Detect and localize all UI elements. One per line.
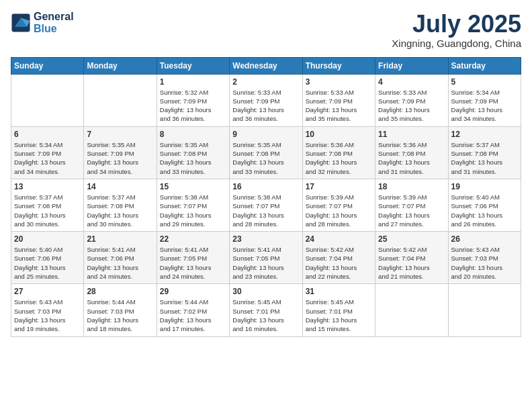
calendar-cell	[375, 284, 448, 336]
day-info: Sunrise: 5:35 AM Sunset: 7:08 PM Dayligh…	[232, 140, 299, 176]
calendar-cell: 20Sunrise: 5:40 AM Sunset: 7:06 PM Dayli…	[11, 232, 84, 284]
day-number: 7	[87, 130, 153, 139]
day-number: 30	[232, 287, 299, 296]
calendar-cell: 8Sunrise: 5:35 AM Sunset: 7:08 PM Daylig…	[157, 126, 229, 179]
day-info: Sunrise: 5:33 AM Sunset: 7:09 PM Dayligh…	[378, 88, 445, 124]
calendar-cell: 29Sunrise: 5:44 AM Sunset: 7:02 PM Dayli…	[157, 284, 229, 336]
day-number: 11	[378, 130, 445, 139]
weekday-header-wednesday: Wednesday	[230, 57, 302, 74]
day-info: Sunrise: 5:43 AM Sunset: 7:03 PM Dayligh…	[14, 298, 81, 333]
week-row-2: 6Sunrise: 5:34 AM Sunset: 7:09 PM Daylig…	[11, 126, 521, 179]
day-info: Sunrise: 5:37 AM Sunset: 7:08 PM Dayligh…	[87, 193, 153, 228]
calendar-cell: 25Sunrise: 5:42 AM Sunset: 7:04 PM Dayli…	[375, 232, 448, 284]
weekday-header-monday: Monday	[84, 57, 157, 74]
day-number: 3	[306, 77, 372, 87]
calendar-cell: 3Sunrise: 5:33 AM Sunset: 7:09 PM Daylig…	[302, 74, 375, 126]
day-number: 29	[160, 287, 226, 296]
day-number: 22	[160, 234, 226, 244]
calendar-cell: 31Sunrise: 5:45 AM Sunset: 7:01 PM Dayli…	[302, 284, 375, 336]
calendar-cell: 17Sunrise: 5:39 AM Sunset: 7:07 PM Dayli…	[302, 179, 375, 231]
logo-text: General Blue	[34, 11, 74, 34]
day-info: Sunrise: 5:45 AM Sunset: 7:01 PM Dayligh…	[232, 298, 299, 333]
day-number: 2	[232, 77, 299, 87]
month-title: July 2025	[392, 11, 521, 38]
day-info: Sunrise: 5:42 AM Sunset: 7:04 PM Dayligh…	[306, 245, 372, 281]
day-number: 13	[14, 182, 81, 191]
day-info: Sunrise: 5:39 AM Sunset: 7:07 PM Dayligh…	[378, 193, 445, 228]
day-info: Sunrise: 5:41 AM Sunset: 7:05 PM Dayligh…	[160, 245, 226, 281]
weekday-header-saturday: Saturday	[448, 57, 521, 74]
page-header: General Blue July 2025 Xingning, Guangdo…	[11, 11, 521, 49]
calendar-cell: 4Sunrise: 5:33 AM Sunset: 7:09 PM Daylig…	[375, 74, 448, 126]
calendar-cell	[11, 74, 84, 126]
calendar-cell: 16Sunrise: 5:38 AM Sunset: 7:07 PM Dayli…	[230, 179, 302, 231]
title-block: July 2025 Xingning, Guangdong, China	[392, 11, 521, 49]
calendar-cell: 13Sunrise: 5:37 AM Sunset: 7:08 PM Dayli…	[11, 179, 84, 231]
day-number: 28	[87, 287, 153, 296]
day-info: Sunrise: 5:40 AM Sunset: 7:06 PM Dayligh…	[14, 245, 81, 281]
day-info: Sunrise: 5:33 AM Sunset: 7:09 PM Dayligh…	[232, 88, 299, 124]
day-number: 10	[306, 130, 372, 139]
day-number: 20	[14, 234, 81, 244]
calendar-cell: 7Sunrise: 5:35 AM Sunset: 7:09 PM Daylig…	[84, 126, 157, 179]
week-row-4: 20Sunrise: 5:40 AM Sunset: 7:06 PM Dayli…	[11, 232, 521, 284]
calendar-cell: 6Sunrise: 5:34 AM Sunset: 7:09 PM Daylig…	[11, 126, 84, 179]
day-number: 19	[451, 182, 518, 191]
day-info: Sunrise: 5:34 AM Sunset: 7:09 PM Dayligh…	[14, 140, 81, 176]
weekday-header-row: SundayMondayTuesdayWednesdayThursdayFrid…	[11, 57, 521, 74]
day-info: Sunrise: 5:34 AM Sunset: 7:09 PM Dayligh…	[451, 88, 518, 124]
day-info: Sunrise: 5:43 AM Sunset: 7:03 PM Dayligh…	[451, 245, 518, 281]
calendar-cell: 9Sunrise: 5:35 AM Sunset: 7:08 PM Daylig…	[230, 126, 302, 179]
day-number: 26	[451, 234, 518, 244]
day-number: 8	[160, 130, 226, 139]
calendar-cell: 15Sunrise: 5:38 AM Sunset: 7:07 PM Dayli…	[157, 179, 229, 231]
calendar-cell: 27Sunrise: 5:43 AM Sunset: 7:03 PM Dayli…	[11, 284, 84, 336]
calendar-cell: 22Sunrise: 5:41 AM Sunset: 7:05 PM Dayli…	[157, 232, 229, 284]
calendar-cell: 26Sunrise: 5:43 AM Sunset: 7:03 PM Dayli…	[448, 232, 521, 284]
day-number: 27	[14, 287, 81, 296]
day-number: 21	[87, 234, 153, 244]
day-info: Sunrise: 5:40 AM Sunset: 7:06 PM Dayligh…	[451, 193, 518, 228]
day-number: 24	[306, 234, 372, 244]
weekday-header-sunday: Sunday	[11, 57, 84, 74]
weekday-header-friday: Friday	[375, 57, 448, 74]
calendar-cell: 21Sunrise: 5:41 AM Sunset: 7:06 PM Dayli…	[84, 232, 157, 284]
calendar-cell: 28Sunrise: 5:44 AM Sunset: 7:03 PM Dayli…	[84, 284, 157, 336]
day-info: Sunrise: 5:42 AM Sunset: 7:04 PM Dayligh…	[378, 245, 445, 281]
day-info: Sunrise: 5:36 AM Sunset: 7:08 PM Dayligh…	[378, 140, 445, 176]
day-number: 25	[378, 234, 445, 244]
day-number: 31	[306, 287, 372, 296]
day-info: Sunrise: 5:33 AM Sunset: 7:09 PM Dayligh…	[306, 88, 372, 124]
calendar-cell: 12Sunrise: 5:37 AM Sunset: 7:08 PM Dayli…	[448, 126, 521, 179]
day-info: Sunrise: 5:44 AM Sunset: 7:02 PM Dayligh…	[160, 298, 226, 333]
calendar-cell: 2Sunrise: 5:33 AM Sunset: 7:09 PM Daylig…	[230, 74, 302, 126]
calendar-cell: 11Sunrise: 5:36 AM Sunset: 7:08 PM Dayli…	[375, 126, 448, 179]
day-info: Sunrise: 5:39 AM Sunset: 7:07 PM Dayligh…	[306, 193, 372, 228]
day-number: 15	[160, 182, 226, 191]
calendar-cell: 23Sunrise: 5:41 AM Sunset: 7:05 PM Dayli…	[230, 232, 302, 284]
day-info: Sunrise: 5:32 AM Sunset: 7:09 PM Dayligh…	[160, 88, 226, 124]
calendar-cell	[448, 284, 521, 336]
day-info: Sunrise: 5:38 AM Sunset: 7:07 PM Dayligh…	[160, 193, 226, 228]
day-number: 16	[232, 182, 299, 191]
day-info: Sunrise: 5:38 AM Sunset: 7:07 PM Dayligh…	[232, 193, 299, 228]
day-number: 9	[232, 130, 299, 139]
day-info: Sunrise: 5:45 AM Sunset: 7:01 PM Dayligh…	[306, 298, 372, 333]
calendar-cell: 24Sunrise: 5:42 AM Sunset: 7:04 PM Dayli…	[302, 232, 375, 284]
day-info: Sunrise: 5:41 AM Sunset: 7:05 PM Dayligh…	[232, 245, 299, 281]
location: Xingning, Guangdong, China	[392, 38, 521, 49]
day-info: Sunrise: 5:37 AM Sunset: 7:08 PM Dayligh…	[14, 193, 81, 228]
day-number: 14	[87, 182, 153, 191]
week-row-5: 27Sunrise: 5:43 AM Sunset: 7:03 PM Dayli…	[11, 284, 521, 336]
calendar-cell: 19Sunrise: 5:40 AM Sunset: 7:06 PM Dayli…	[448, 179, 521, 231]
calendar-cell: 18Sunrise: 5:39 AM Sunset: 7:07 PM Dayli…	[375, 179, 448, 231]
day-number: 4	[378, 77, 445, 87]
calendar-cell: 1Sunrise: 5:32 AM Sunset: 7:09 PM Daylig…	[157, 74, 229, 126]
weekday-header-thursday: Thursday	[302, 57, 375, 74]
calendar-cell: 30Sunrise: 5:45 AM Sunset: 7:01 PM Dayli…	[230, 284, 302, 336]
logo: General Blue	[11, 11, 74, 34]
day-number: 5	[451, 77, 518, 87]
calendar-cell	[84, 74, 157, 126]
calendar-cell: 14Sunrise: 5:37 AM Sunset: 7:08 PM Dayli…	[84, 179, 157, 231]
week-row-3: 13Sunrise: 5:37 AM Sunset: 7:08 PM Dayli…	[11, 179, 521, 231]
